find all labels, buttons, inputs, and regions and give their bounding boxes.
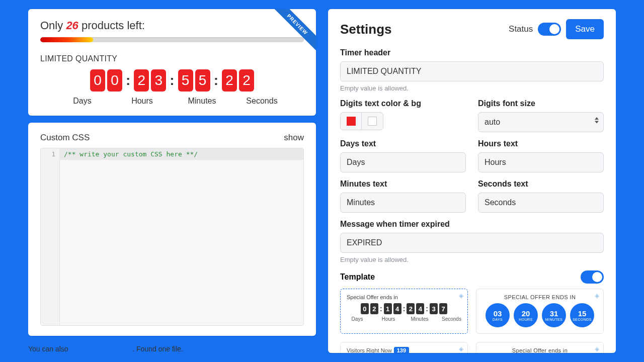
template-section-head: Template: [340, 270, 604, 284]
color-picker: [340, 112, 383, 130]
footnote-prefix: You can also: [28, 345, 70, 353]
unit-seconds: Seconds: [246, 97, 278, 106]
template-d-title: Special Offer ends in: [482, 347, 597, 353]
css-editor[interactable]: 1 /** write your custom CSS here **/: [40, 148, 304, 326]
timer-header-field-label: Timer header: [340, 48, 604, 57]
expired-label: Message when timer expired: [340, 220, 604, 229]
seconds-text-field: Seconds text: [478, 179, 604, 213]
font-size-select[interactable]: [478, 112, 604, 132]
font-size-label: Digits font size: [478, 99, 604, 108]
template-option-dark-digits[interactable]: ◈ Special Offer ends in 02: 14: 24: 37 D…: [340, 289, 468, 334]
minutes-text-label: Minutes text: [340, 179, 466, 189]
template-option-circles[interactable]: ◈ SPECIAL OFFER ENDS IN 03DAYS 20HOURS 3…: [476, 289, 604, 334]
customize-template-link[interactable]: Customize template: [70, 345, 133, 353]
seconds-text-input[interactable]: [478, 193, 604, 213]
template-label: Template: [340, 273, 375, 282]
colon: :: [124, 72, 132, 88]
minutes-text-field: Minutes text: [340, 179, 466, 213]
stock-count: 26: [66, 19, 78, 32]
preview-card: PREVIEW Only 26 products left: LIMITED Q…: [28, 9, 316, 116]
template-b-title: SPECIAL OFFER ENDS IN: [482, 294, 597, 300]
gem-icon: ◈: [595, 292, 599, 299]
colon: :: [168, 72, 176, 88]
preview-ribbon-label: PREVIEW: [271, 9, 316, 54]
status-label: Status: [509, 24, 533, 34]
toggle-knob: [592, 272, 602, 282]
save-button[interactable]: Save: [566, 19, 604, 39]
minutes-text-input[interactable]: [340, 193, 466, 213]
digit-days-1: 0: [107, 69, 122, 92]
stock-prefix: Only: [40, 19, 63, 32]
expired-input[interactable]: [340, 233, 604, 253]
hours-text-field: Hours text: [478, 139, 604, 172]
footnote: You can also Customize template. Found o…: [28, 345, 316, 353]
unit-minutes: Minutes: [186, 97, 218, 106]
template-a-title: Special Offer ends in: [347, 294, 461, 300]
timer-unit-labels: Days Hours Minutes Seconds: [66, 97, 278, 106]
stock-progress-fill: [40, 37, 93, 42]
digits-color-field: Digits text color & bg: [340, 99, 466, 132]
gem-icon: ◈: [459, 292, 463, 299]
colon: :: [212, 72, 220, 88]
digits-color-label: Digits text color & bg: [340, 99, 466, 108]
digit-hours-0: 2: [134, 69, 149, 92]
footnote-suffix: . Found one file.: [132, 345, 183, 353]
editor-code[interactable]: /** write your custom CSS here **/: [60, 148, 303, 325]
timer-header-field: Timer header Empty value is allowed.: [340, 48, 604, 92]
visitors-line: Visitors Right Now139: [347, 347, 461, 353]
template-option-visitors[interactable]: ◈ Visitors Right Now139 Special Offer en…: [340, 342, 468, 353]
swatch-white-icon: [368, 117, 377, 126]
template-b-circles: 03DAYS 20HOURS 31MINUTES 15SECONDS: [482, 303, 597, 327]
template-grid: ◈ Special Offer ends in 02: 14: 24: 37 D…: [340, 289, 604, 353]
timer-header-input[interactable]: [340, 61, 604, 81]
days-text-field: Days text: [340, 139, 466, 172]
template-option-plain[interactable]: ◈ Special Offer ends in: [476, 342, 604, 353]
custom-css-toggle[interactable]: show: [284, 133, 304, 143]
toggle-knob: [549, 24, 559, 34]
digit-days-0: 0: [90, 69, 105, 92]
swatch-red-icon: [347, 117, 356, 126]
digit-sec-1: 2: [239, 69, 254, 92]
gem-icon: ◈: [459, 345, 463, 352]
countdown-timer: 00 : 23 : 55 : 22 Days Hours Minutes Sec…: [40, 69, 304, 106]
custom-css-card: Custom CSS show 1 /** write your custom …: [28, 123, 316, 336]
stock-suffix: products left:: [82, 19, 145, 32]
custom-css-title: Custom CSS: [40, 133, 90, 143]
timer-header-hint: Empty value is allowed.: [340, 84, 604, 92]
expired-msg-field: Message when timer expired Empty value i…: [340, 220, 604, 263]
status-toggle[interactable]: [538, 23, 561, 36]
settings-card: Settings Status Save Timer header Empty …: [328, 9, 616, 353]
digit-min-0: 5: [178, 69, 193, 92]
template-a-digits: 02: 14: 24: 37: [347, 303, 461, 314]
digit-sec-0: 2: [222, 69, 237, 92]
unit-hours: Hours: [126, 97, 158, 106]
days-text-input[interactable]: [340, 152, 466, 172]
timer-header-label: LIMITED QUANTITY: [40, 54, 304, 63]
expired-hint: Empty value is allowed.: [340, 256, 604, 263]
editor-gutter: 1: [41, 148, 60, 325]
code-line: /** write your custom CSS here **/: [60, 148, 303, 160]
days-text-label: Days text: [340, 139, 466, 148]
visitors-badge: 139: [394, 347, 409, 353]
preview-ribbon: PREVIEW: [271, 9, 316, 54]
line-number: 1: [51, 150, 55, 158]
fg-color-button[interactable]: [341, 113, 362, 130]
font-size-field: Digits font size: [478, 99, 604, 132]
gem-icon: ◈: [595, 345, 599, 352]
stock-line: Only 26 products left:: [40, 19, 304, 32]
digit-min-1: 5: [195, 69, 210, 92]
digit-hours-1: 3: [151, 69, 166, 92]
seconds-text-label: Seconds text: [478, 179, 604, 189]
settings-title: Settings: [340, 22, 392, 37]
timer-digits: 00 : 23 : 55 : 22: [90, 69, 254, 92]
template-a-units: DaysHoursMinutesSeconds: [347, 316, 461, 322]
hours-text-label: Hours text: [478, 139, 604, 148]
hours-text-input[interactable]: [478, 152, 604, 172]
template-toggle[interactable]: [581, 270, 604, 284]
unit-days: Days: [66, 97, 99, 106]
stock-progress: [40, 37, 304, 42]
bg-color-button[interactable]: [362, 113, 383, 130]
